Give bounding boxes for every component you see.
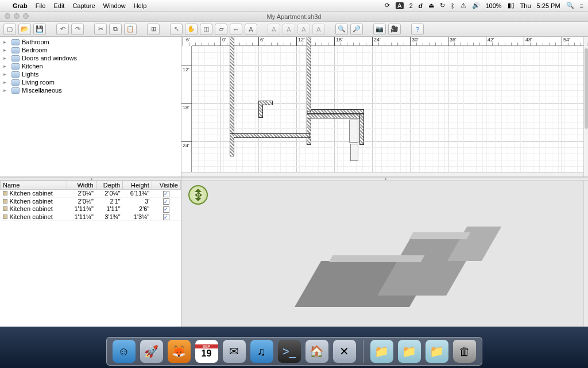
disclosure-icon[interactable]: ▸ — [3, 47, 9, 53]
furniture-table[interactable]: Name Width Depth Height Visible Kitchen … — [0, 181, 181, 327]
a1-icon[interactable]: A — [268, 24, 280, 35]
photo-icon[interactable]: 📷 — [373, 24, 386, 35]
plan-view[interactable]: -6'0'6'12'18'24'30'36'42'48'54' 12'18'24… — [181, 37, 588, 177]
zoom-out-icon[interactable]: 🔎 — [350, 24, 363, 35]
disclosure-icon[interactable]: ▸ — [3, 71, 9, 77]
adobe-icon[interactable]: A — [396, 2, 403, 9]
battery-percent[interactable]: 100% — [486, 2, 502, 9]
compass-control[interactable]: ✥ — [188, 185, 208, 205]
battery-icon[interactable]: ▮▯ — [508, 2, 514, 9]
dock-folder-1[interactable]: 📁 — [370, 340, 393, 363]
col-name[interactable]: Name — [1, 181, 67, 190]
view-3d[interactable]: ✥ — [181, 181, 588, 327]
menu-edit[interactable]: Edit — [53, 2, 64, 9]
text-icon[interactable]: A — [245, 24, 257, 35]
zoom-in-icon[interactable]: 🔍 — [335, 24, 348, 35]
col-depth[interactable]: Depth — [96, 181, 123, 190]
table-row[interactable]: Kitchen cabinet2'0¼"2'0¼"6'11¾"✓ — [1, 190, 181, 198]
table-row[interactable]: Kitchen cabinet2'0½"2'1"3'✓ — [1, 197, 181, 205]
close-button[interactable] — [5, 13, 10, 19]
dock-firefox[interactable]: 🦊 — [168, 340, 191, 363]
furniture-catalog[interactable]: ▸Bathroom▸Bedroom▸Doors and windows▸Kitc… — [0, 37, 181, 177]
cut-icon[interactable]: ✂ — [94, 24, 107, 35]
spotlight-icon[interactable]: 🔍 — [566, 2, 574, 9]
catalog-item[interactable]: ▸Kitchen — [0, 62, 181, 70]
timemachine-icon[interactable]: ↻ — [440, 2, 445, 9]
dock-trash[interactable]: 🗑 — [453, 340, 476, 363]
catalog-item[interactable]: ▸Living room — [0, 78, 181, 86]
dock-calendar[interactable]: SEP 19 — [195, 340, 218, 363]
copy-icon[interactable]: ⧉ — [109, 24, 122, 35]
table-row[interactable]: Kitchen cabinet1'11¼"3'1¾"1'3¼"✓ — [1, 213, 181, 221]
catalog-item[interactable]: ▸Miscellaneous — [0, 86, 181, 94]
col-visible[interactable]: Visible — [152, 181, 180, 190]
help-icon[interactable]: ? — [411, 24, 424, 35]
pan-icon[interactable]: ✋ — [185, 24, 198, 35]
cell-visible[interactable]: ✓ — [152, 205, 180, 213]
plan-scrollbar-v[interactable] — [583, 37, 588, 177]
dock-folder-2[interactable]: 📁 — [398, 340, 421, 363]
eject-icon[interactable]: ⏏ — [428, 2, 434, 9]
dock-folder-3[interactable]: 📁 — [425, 340, 448, 363]
window-titlebar[interactable]: My Apartment.sh3d — [0, 12, 588, 22]
volume-icon[interactable]: 🔊 — [472, 2, 480, 9]
menu-capture[interactable]: Capture — [72, 2, 95, 9]
menu-file[interactable]: File — [36, 2, 46, 9]
dock-finder[interactable]: ☺ — [113, 340, 136, 363]
menu-help[interactable]: Help — [134, 2, 147, 9]
minimize-button[interactable] — [14, 13, 20, 19]
paste-icon[interactable]: 📋 — [124, 24, 137, 35]
catalog-item[interactable]: ▸Bedroom — [0, 46, 181, 54]
a4-icon[interactable]: A — [312, 24, 325, 35]
disclosure-icon[interactable]: ▸ — [3, 87, 9, 93]
dock-itunes[interactable]: ♫ — [250, 340, 273, 363]
catalog-label: Miscellaneous — [22, 87, 62, 94]
dock-terminal[interactable]: >_ — [278, 340, 301, 363]
table-row[interactable]: Kitchen cabinet1'11¾"1'11"2'6"✓ — [1, 205, 181, 213]
bluetooth-icon[interactable]: ᛒ — [451, 2, 455, 9]
disclosure-icon[interactable]: ▸ — [3, 79, 9, 85]
clock-time[interactable]: 5:25 PM — [537, 2, 560, 9]
dimension-icon[interactable]: ↔ — [230, 24, 242, 35]
redo-icon[interactable]: ↷ — [71, 24, 84, 35]
save-icon[interactable]: 💾 — [33, 24, 46, 35]
video-icon[interactable]: 🎥 — [388, 24, 401, 35]
disclosure-icon[interactable]: ▸ — [3, 39, 9, 45]
disclosure-icon[interactable]: ▸ — [3, 63, 9, 69]
catalog-item[interactable]: ▸Lights — [0, 70, 181, 78]
dock-xquartz[interactable]: ✕ — [333, 340, 356, 363]
plan-scrollbar-h[interactable] — [181, 172, 583, 177]
cell-visible[interactable]: ✓ — [152, 197, 180, 205]
dock-mail[interactable]: ✉ — [223, 340, 246, 363]
3d-model[interactable] — [308, 227, 549, 330]
notification-center-icon[interactable]: ≡ — [580, 2, 583, 9]
dock-launchpad[interactable]: 🚀 — [140, 340, 163, 363]
d-icon[interactable]: d — [419, 2, 423, 9]
catalog-item[interactable]: ▸Bathroom — [0, 38, 181, 46]
dock-sweethome[interactable]: 🏠 — [305, 340, 328, 363]
zoom-button[interactable] — [23, 13, 29, 19]
app-menu[interactable]: Grab — [13, 2, 28, 9]
select-icon[interactable]: ↖ — [170, 24, 183, 35]
sync-icon[interactable]: ⟳ — [385, 2, 390, 9]
undo-icon[interactable]: ↶ — [56, 24, 69, 35]
add-furniture-icon[interactable]: ⊞ — [147, 24, 160, 35]
catalog-item[interactable]: ▸Doors and windows — [0, 54, 181, 62]
wall-icon[interactable]: ◫ — [200, 24, 212, 35]
col-height[interactable]: Height — [123, 181, 152, 190]
a3-icon[interactable]: A — [297, 24, 310, 35]
3d-scrollbar-v[interactable] — [583, 181, 588, 327]
room-icon[interactable]: ▱ — [215, 24, 227, 35]
menu-window[interactable]: Window — [103, 2, 126, 9]
disclosure-icon[interactable]: ▸ — [3, 55, 9, 61]
wifi-icon[interactable]: ⚠ — [461, 2, 466, 9]
a2-icon[interactable]: A — [283, 24, 295, 35]
window-title: My Apartment.sh3d — [267, 13, 322, 20]
cell-visible[interactable]: ✓ — [152, 213, 180, 221]
clock-day[interactable]: Thu — [520, 2, 531, 9]
left-splitter[interactable] — [0, 177, 181, 181]
open-icon[interactable]: 📂 — [18, 24, 31, 35]
notif-count[interactable]: 2 — [409, 2, 413, 9]
cell-visible[interactable]: ✓ — [152, 190, 180, 198]
new-icon[interactable]: ▢ — [3, 24, 16, 35]
